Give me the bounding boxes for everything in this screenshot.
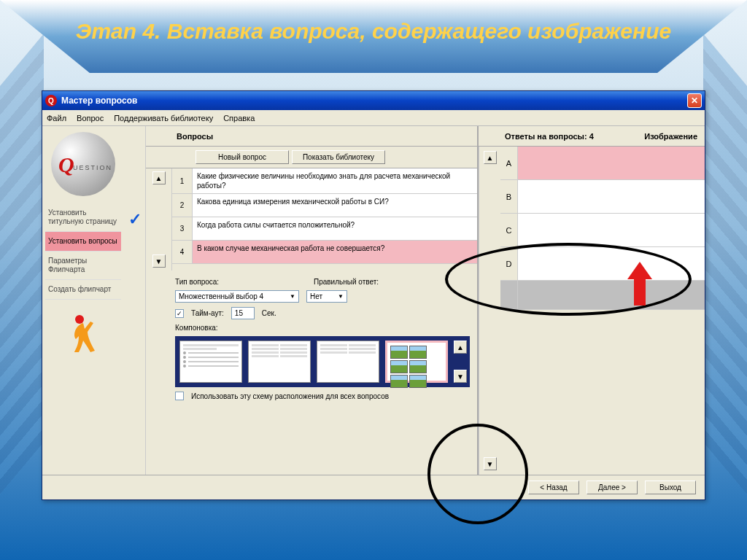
menubar: Файл Вопрос Поддерживать библиотеку Спра…: [42, 110, 705, 126]
timeout-unit: Сек.: [262, 309, 276, 317]
correct-value: Нет: [310, 292, 322, 300]
check-icon: ✓: [128, 210, 142, 229]
question-number: 3: [172, 217, 193, 240]
question-number: 1: [172, 168, 193, 193]
answer-label: B: [500, 180, 518, 213]
question-text: Какова единица измерения механической ра…: [193, 194, 477, 217]
timeout-checkbox[interactable]: ✓: [175, 309, 184, 318]
answer-row[interactable]: D: [500, 247, 705, 281]
nav-create-flipchart[interactable]: Создать флипчарт: [45, 280, 121, 300]
chevron-down-icon: ▼: [338, 293, 344, 300]
answers-down-button[interactable]: ▼: [484, 457, 497, 470]
use-layout-checkbox[interactable]: [175, 392, 184, 400]
layout-strip: ▲ ▼: [175, 336, 470, 387]
answer-row[interactable]: C: [500, 214, 705, 247]
exit-button[interactable]: Выход: [645, 481, 696, 494]
question-row[interactable]: 3 Когда работа силы считается положитель…: [172, 217, 477, 241]
correct-label: Правильный ответ:: [314, 278, 379, 286]
question-row-selected[interactable]: 4 В каком случае механическая работа не …: [172, 241, 477, 264]
footer: < Назад Далее > Выход: [42, 475, 705, 499]
menu-question[interactable]: Вопрос: [77, 114, 104, 122]
layout-option-columns[interactable]: [248, 341, 311, 383]
sidebar: UESTION Установить титульную страницу Ус…: [42, 126, 124, 475]
layout-option-list[interactable]: [179, 341, 242, 383]
answers-pane: Ответы на вопросы: 4 Изображение ▲ ▼ A B…: [479, 126, 705, 475]
answer-row[interactable]: B: [500, 180, 705, 214]
nav-flipchart-params[interactable]: Параметры Флипчарта: [45, 252, 121, 280]
image-header: Изображение: [640, 132, 705, 141]
menu-maintain-library[interactable]: Поддерживать библиотеку: [114, 114, 213, 122]
question-text: В каком случае механическая работа не со…: [193, 241, 477, 263]
nav-set-questions[interactable]: Установить вопросы: [45, 232, 121, 252]
answer-label: A: [500, 147, 518, 179]
chevron-down-icon: ▼: [290, 293, 295, 300]
new-question-button[interactable]: Новый вопрос: [196, 150, 289, 164]
person-icon: [69, 314, 98, 352]
question-logo: UESTION: [51, 132, 115, 196]
back-button[interactable]: < Назад: [528, 481, 579, 494]
nav-set-title-page[interactable]: Установить титульную страницу: [45, 203, 121, 232]
app-icon: Q: [45, 95, 57, 106]
timeout-value[interactable]: 15: [231, 307, 255, 319]
answers-header: Ответы на вопросы: 4: [500, 132, 598, 141]
type-value: Множественный выбор 4: [179, 292, 263, 300]
type-label: Тип вопроса:: [175, 278, 306, 286]
questions-pane: Вопросы Новый вопрос Показать библиотеку…: [146, 126, 479, 475]
questions-down-button[interactable]: ▼: [152, 254, 166, 268]
type-select[interactable]: Множественный выбор 4▼: [175, 290, 299, 303]
window-title: Мастер вопросов: [61, 96, 687, 106]
question-row[interactable]: 1 Какие физические величины необходимо з…: [172, 168, 477, 194]
use-layout-label: Использовать эту схему расположения для …: [191, 392, 389, 400]
menu-file[interactable]: Файл: [47, 114, 66, 122]
layout-scroll-down[interactable]: ▼: [454, 370, 467, 383]
wizard-window: Q Мастер вопросов ✕ Файл Вопрос Поддержи…: [42, 90, 705, 500]
answer-label: C: [500, 214, 518, 246]
close-button[interactable]: ✕: [687, 93, 702, 108]
layout-option-images[interactable]: [385, 341, 448, 383]
next-button[interactable]: Далее >: [587, 481, 638, 494]
menu-help[interactable]: Справка: [223, 114, 255, 122]
slide-title: Этап 4. Вставка вопроса, содержащего изо…: [0, 18, 747, 45]
correct-select[interactable]: Нет▼: [306, 290, 347, 303]
layout-scroll-up[interactable]: ▲: [454, 341, 467, 354]
question-row[interactable]: 2 Какова единица измерения механической …: [172, 194, 477, 217]
question-text: Какие физические величины необходимо зна…: [193, 168, 477, 193]
timeout-label: Тайм-аут:: [191, 309, 224, 317]
questions-header: Вопросы: [172, 132, 217, 141]
question-number: 4: [172, 241, 193, 263]
question-number: 2: [172, 194, 193, 217]
titlebar: Q Мастер вопросов ✕: [42, 91, 705, 110]
answer-label: D: [500, 247, 518, 280]
answer-row[interactable]: A: [500, 147, 705, 180]
question-text: Когда работа силы считается положительно…: [193, 217, 477, 240]
questions-up-button[interactable]: ▲: [152, 171, 166, 184]
show-library-button[interactable]: Показать библиотеку: [292, 150, 385, 164]
layout-label: Компоновка:: [175, 324, 306, 332]
layout-option-columns-2[interactable]: [317, 341, 379, 383]
answers-up-button[interactable]: ▲: [484, 151, 497, 164]
